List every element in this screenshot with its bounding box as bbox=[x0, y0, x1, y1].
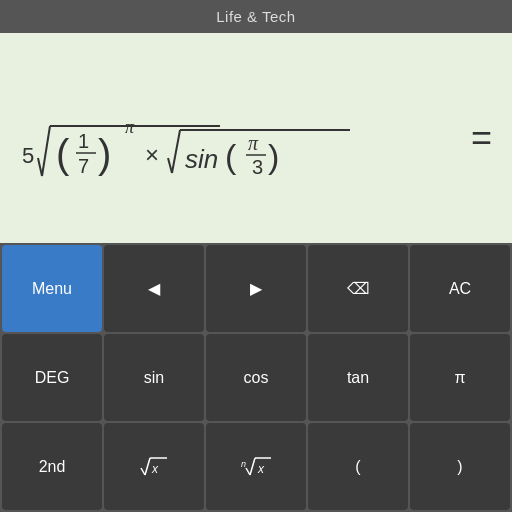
svg-text:sin: sin bbox=[185, 144, 218, 174]
right-paren-button[interactable]: ) bbox=[410, 423, 510, 510]
svg-line-2 bbox=[42, 126, 50, 176]
svg-text:): ) bbox=[268, 137, 279, 175]
svg-line-20 bbox=[141, 468, 145, 475]
key-row-1: Menu ◀ ▶ ⌫ AC bbox=[2, 245, 510, 332]
svg-text:π: π bbox=[248, 132, 259, 154]
svg-text:×: × bbox=[145, 141, 159, 168]
deg-button[interactable]: DEG bbox=[2, 334, 102, 421]
svg-line-26 bbox=[250, 458, 255, 475]
svg-line-12 bbox=[172, 130, 180, 173]
display: 5 ( 1 7 ) π × bbox=[0, 33, 512, 243]
sin-button[interactable]: sin bbox=[104, 334, 204, 421]
title-label: Life & Tech bbox=[216, 8, 295, 25]
svg-text:x: x bbox=[151, 462, 159, 476]
svg-text:7: 7 bbox=[78, 155, 89, 177]
svg-text:): ) bbox=[98, 132, 111, 176]
menu-button[interactable]: Menu bbox=[2, 245, 102, 332]
title-bar: Life & Tech bbox=[0, 0, 512, 33]
svg-line-25 bbox=[246, 468, 250, 475]
cursor-left-button[interactable]: ◀ bbox=[104, 245, 204, 332]
sqrt-icon: x bbox=[140, 455, 168, 479]
svg-text:3: 3 bbox=[252, 156, 263, 178]
svg-text:5: 5 bbox=[22, 143, 34, 168]
equals-sign: = bbox=[471, 117, 492, 159]
key-row-2: DEG sin cos tan π bbox=[2, 334, 510, 421]
pi-button[interactable]: π bbox=[410, 334, 510, 421]
expression-svg: 5 ( 1 7 ) π × bbox=[20, 58, 440, 218]
key-row-3: 2nd x n x ( ) bbox=[2, 423, 510, 510]
backspace-button[interactable]: ⌫ bbox=[308, 245, 408, 332]
nth-root-icon: n x bbox=[240, 455, 272, 479]
svg-line-21 bbox=[145, 458, 150, 475]
svg-text:x: x bbox=[257, 462, 265, 476]
cos-button[interactable]: cos bbox=[206, 334, 306, 421]
svg-text:(: ( bbox=[56, 132, 70, 176]
svg-line-11 bbox=[168, 158, 172, 173]
expression-area: 5 ( 1 7 ) π × bbox=[20, 58, 463, 218]
svg-line-1 bbox=[38, 158, 42, 176]
cursor-right-button[interactable]: ▶ bbox=[206, 245, 306, 332]
keyboard: Menu ◀ ▶ ⌫ AC DEG sin cos tan π 2nd x bbox=[0, 243, 512, 512]
clear-button[interactable]: AC bbox=[410, 245, 510, 332]
svg-text:1: 1 bbox=[78, 130, 89, 152]
svg-text:π: π bbox=[125, 117, 135, 137]
svg-text:(: ( bbox=[225, 137, 237, 175]
left-paren-button[interactable]: ( bbox=[308, 423, 408, 510]
sqrt-button[interactable]: x bbox=[104, 423, 204, 510]
svg-text:n: n bbox=[241, 459, 246, 469]
tan-button[interactable]: tan bbox=[308, 334, 408, 421]
nth-root-button[interactable]: n x bbox=[206, 423, 306, 510]
app: Life & Tech 5 ( 1 7 ) π bbox=[0, 0, 512, 512]
second-button[interactable]: 2nd bbox=[2, 423, 102, 510]
